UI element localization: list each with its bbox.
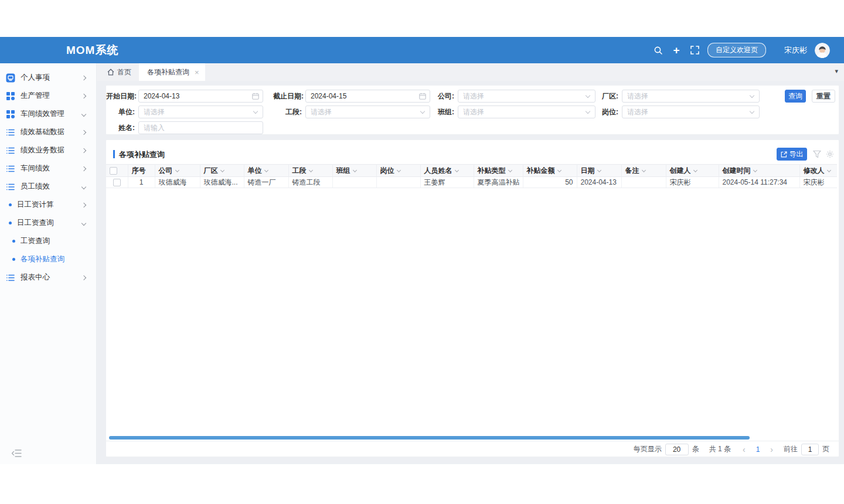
horizontal-scrollbar[interactable] bbox=[109, 436, 750, 440]
person-name-input[interactable] bbox=[138, 121, 263, 134]
sidebar-collapse-icon[interactable] bbox=[12, 449, 22, 458]
section-select[interactable] bbox=[305, 105, 430, 118]
tab-label: 各项补贴查询 bbox=[147, 67, 189, 77]
app-title: MOM系统 bbox=[66, 43, 118, 58]
cell-factory: 玫德威海... bbox=[200, 177, 244, 188]
chevron-down-icon bbox=[557, 168, 561, 172]
chevron-down-icon bbox=[220, 168, 224, 172]
row-checkbox[interactable] bbox=[113, 179, 121, 186]
export-button[interactable]: 导出 bbox=[777, 148, 807, 161]
company-select[interactable] bbox=[458, 90, 595, 103]
company-label: 公司: bbox=[426, 91, 458, 101]
tab-home[interactable]: 首页 bbox=[107, 63, 131, 81]
search-button[interactable]: 查询 bbox=[785, 90, 806, 103]
table-row[interactable]: 1 玫德威海 玫德威海... 铸造一厂 铸造工段 王姜辉 夏季高温补贴 50 2… bbox=[106, 177, 837, 188]
list-icon bbox=[6, 273, 15, 282]
col-create-time[interactable]: 创建时间 bbox=[719, 165, 799, 177]
fullscreen-icon[interactable] bbox=[689, 45, 700, 56]
export-button-label: 导出 bbox=[789, 149, 804, 159]
sidebar-item-personal-matters[interactable]: 个人事项 bbox=[0, 69, 96, 87]
goto-page-input[interactable] bbox=[801, 444, 819, 455]
select-all-checkbox[interactable] bbox=[110, 167, 117, 175]
chevron-down-icon bbox=[81, 184, 86, 189]
team-label: 班组: bbox=[426, 107, 458, 117]
sidebar-item-subsidy-query[interactable]: 各项补贴查询 bbox=[0, 250, 96, 268]
col-remark[interactable]: 备注 bbox=[621, 165, 666, 177]
bullet-dot-icon bbox=[12, 258, 15, 261]
col-factory[interactable]: 厂区 bbox=[200, 165, 244, 177]
grid-icon bbox=[6, 110, 15, 119]
col-index[interactable]: 序号 bbox=[128, 165, 155, 177]
table-header-row: 序号 公司 厂区 单位 工段 班组 岗位 人员姓名 补贴类型 补贴金额 日期 备… bbox=[106, 165, 837, 177]
sidebar-item-workshop-performance[interactable]: 车间绩效 bbox=[0, 159, 96, 178]
col-team[interactable]: 班组 bbox=[332, 165, 376, 177]
chevron-down-icon bbox=[508, 168, 512, 172]
tab-subsidy-query[interactable]: 各项补贴查询 × bbox=[139, 63, 205, 81]
plus-icon[interactable]: + bbox=[671, 45, 682, 56]
col-company[interactable]: 公司 bbox=[155, 165, 200, 177]
app-header: MOM系统 + 自定义欢迎页 宋庆彬 bbox=[0, 37, 844, 63]
close-icon[interactable]: × bbox=[195, 68, 199, 77]
col-modifier[interactable]: 修改人 bbox=[799, 165, 837, 177]
sidebar-item-label: 生产管理 bbox=[21, 91, 50, 101]
sidebar-item-daily-wage-query[interactable]: 日工资查询 bbox=[0, 214, 96, 232]
cell-creator: 宋庆彬 bbox=[666, 177, 719, 188]
welcome-page-button[interactable]: 自定义欢迎页 bbox=[707, 43, 766, 57]
cell-person-name: 王姜辉 bbox=[420, 177, 474, 188]
chevron-down-icon bbox=[693, 168, 697, 172]
select-all-cell bbox=[106, 165, 128, 177]
unit-label: 单位: bbox=[106, 107, 138, 117]
sidebar-item-workshop-performance-management[interactable]: 车间绩效管理 bbox=[0, 105, 96, 123]
sidebar-item-report-center[interactable]: 报表中心 bbox=[0, 268, 96, 287]
search-icon[interactable] bbox=[653, 45, 663, 56]
pagination: 每页显示 条 共 1 条 ‹ 1 › 前往 页 bbox=[106, 441, 839, 457]
reset-button[interactable]: 重置 bbox=[812, 90, 835, 103]
gear-icon[interactable] bbox=[826, 150, 834, 158]
col-person-name[interactable]: 人员姓名 bbox=[420, 165, 474, 177]
factory-select[interactable] bbox=[622, 90, 760, 103]
per-page-unit: 条 bbox=[692, 444, 699, 454]
unit-select[interactable] bbox=[138, 105, 263, 118]
sidebar-item-production-management[interactable]: 生产管理 bbox=[0, 87, 96, 105]
sidebar-item-wage-query[interactable]: 工资查询 bbox=[0, 232, 96, 250]
tab-overflow-chevron-icon[interactable]: ▾ bbox=[835, 67, 838, 75]
next-page-icon[interactable]: › bbox=[768, 445, 775, 454]
chevron-down-icon bbox=[81, 111, 86, 116]
filter-panel: 开始日期: 截止日期: 公司: bbox=[106, 85, 839, 135]
team-select[interactable] bbox=[458, 105, 595, 118]
sidebar-item-performance-base-data[interactable]: 绩效基础数据 bbox=[0, 123, 96, 141]
bullet-dot-icon bbox=[9, 203, 12, 206]
avatar[interactable] bbox=[815, 43, 830, 58]
cell-section: 铸造工段 bbox=[288, 177, 332, 188]
cell-modifier: 宋庆彬 bbox=[799, 177, 837, 188]
title-accent-bar bbox=[113, 150, 115, 158]
col-subsidy-type[interactable]: 补贴类型 bbox=[474, 165, 523, 177]
prev-page-icon[interactable]: ‹ bbox=[741, 445, 747, 454]
sidebar-item-employee-performance[interactable]: 员工绩效 bbox=[0, 178, 96, 196]
cell-index: 1 bbox=[128, 177, 155, 188]
current-page[interactable]: 1 bbox=[753, 445, 764, 454]
chevron-right-icon bbox=[81, 75, 86, 80]
post-select[interactable] bbox=[622, 105, 760, 118]
cell-company: 玫德威海 bbox=[155, 177, 200, 188]
sidebar-item-daily-wage-calc[interactable]: 日工资计算 bbox=[0, 196, 96, 214]
end-date-input[interactable] bbox=[305, 90, 430, 103]
per-page-input[interactable] bbox=[665, 444, 689, 455]
sidebar-item-performance-business-data[interactable]: 绩效业务数据 bbox=[0, 141, 96, 159]
table-titlebar: 各项补贴查询 导出 bbox=[106, 148, 839, 161]
chevron-down-icon bbox=[826, 168, 831, 172]
chevron-right-icon bbox=[81, 93, 86, 98]
col-date[interactable]: 日期 bbox=[577, 165, 621, 177]
col-post[interactable]: 岗位 bbox=[376, 165, 420, 177]
col-subsidy-amount[interactable]: 补贴金额 bbox=[523, 165, 577, 177]
filter-funnel-icon[interactable] bbox=[813, 150, 821, 158]
tabbar: 首页 各项补贴查询 × ▾ bbox=[97, 63, 844, 81]
chevron-down-icon bbox=[352, 168, 356, 172]
start-date-input[interactable] bbox=[138, 90, 263, 103]
section-label: 工段: bbox=[273, 107, 305, 117]
col-unit[interactable]: 单位 bbox=[244, 165, 288, 177]
col-creator[interactable]: 创建人 bbox=[666, 165, 719, 177]
col-section[interactable]: 工段 bbox=[288, 165, 332, 177]
post-label: 岗位: bbox=[590, 107, 622, 117]
cell-remark bbox=[621, 177, 666, 188]
